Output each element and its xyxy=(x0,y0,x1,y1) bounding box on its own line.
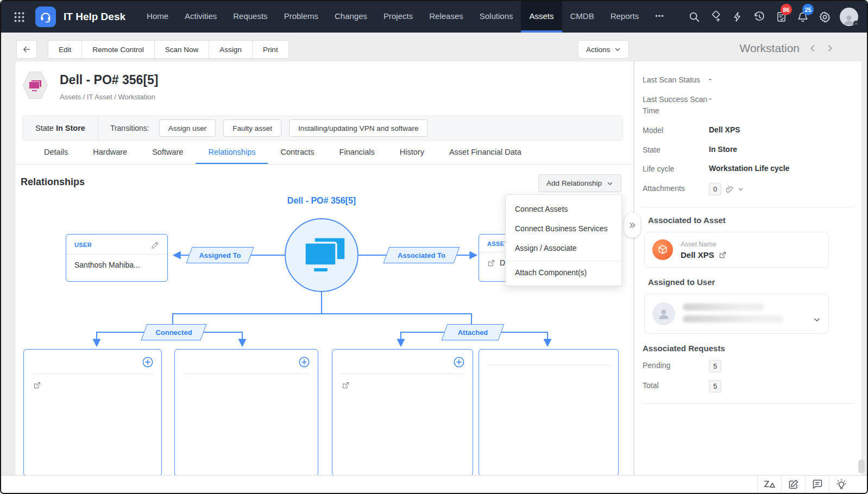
add-circle-icon[interactable] xyxy=(298,356,310,368)
nav-item-home[interactable]: Home xyxy=(139,1,177,33)
scrollbar-thumb[interactable] xyxy=(858,459,865,473)
asset-action-buttons: Edit Remote Control Scan Now Assign Prin… xyxy=(48,40,289,59)
scan-now-button[interactable]: Scan Now xyxy=(154,41,209,58)
field-state: State In Store xyxy=(634,144,861,156)
module-label: Workstation xyxy=(740,42,800,55)
transitions-label: Transitions: xyxy=(110,124,149,132)
user-node[interactable]: USER Santhosh Mahiba... xyxy=(66,234,168,282)
group-box-assets-connected[interactable] xyxy=(23,349,162,476)
print-button[interactable]: Print xyxy=(252,41,288,58)
chevron-down-icon xyxy=(614,46,621,53)
settings-gear-icon[interactable] xyxy=(814,1,835,33)
nav-item-solutions[interactable]: Solutions xyxy=(471,1,521,33)
nav-item-problems[interactable]: Problems xyxy=(276,1,326,33)
sidebar-collapse-icon[interactable] xyxy=(624,213,640,238)
actions-dropdown-button[interactable]: Actions xyxy=(578,40,629,59)
group-box-components[interactable] xyxy=(332,349,473,476)
nav-overflow-menu[interactable]: ••• xyxy=(647,1,672,33)
remote-control-button[interactable]: Remote Control xyxy=(81,41,154,58)
nav-item-releases[interactable]: Releases xyxy=(421,1,471,33)
external-link-icon[interactable] xyxy=(33,381,41,389)
chevron-down-icon xyxy=(607,180,613,187)
tab-hardware[interactable]: Hardware xyxy=(80,141,140,164)
add-relationship-button[interactable]: Add Relationship xyxy=(538,174,621,192)
tab-history[interactable]: History xyxy=(387,141,437,164)
back-button[interactable] xyxy=(16,40,37,59)
transition-installing-vpn-button[interactable]: Installing/updating VPN and software xyxy=(289,119,427,137)
nav-item-changes[interactable]: Changes xyxy=(326,1,375,33)
edge-label-assigned-to: Assigned To xyxy=(189,247,251,263)
transition-assign-user-button[interactable]: Assign user xyxy=(159,119,216,137)
lightning-icon[interactable] xyxy=(727,1,749,33)
external-link-icon[interactable] xyxy=(487,259,495,267)
associated-asset-card[interactable]: Asset Name Dell XPS xyxy=(644,232,829,268)
nav-item-projects[interactable]: Projects xyxy=(375,1,421,33)
notes-edit-icon[interactable] xyxy=(781,476,805,493)
external-link-icon[interactable] xyxy=(342,381,350,389)
group-item[interactable] xyxy=(24,374,161,396)
assigned-user-card[interactable] xyxy=(644,294,829,334)
previous-record-icon[interactable] xyxy=(808,43,817,54)
nav-item-assets[interactable]: Assets xyxy=(521,1,562,33)
external-link-icon[interactable] xyxy=(719,251,727,259)
tab-details[interactable]: Details xyxy=(32,141,80,164)
paperclip-icon[interactable] xyxy=(725,185,734,194)
menu-item-connect-assets[interactable]: Connect Assets xyxy=(506,199,621,219)
requests-pending-row: Pending 5 xyxy=(634,360,861,372)
tab-software[interactable]: Software xyxy=(140,141,196,164)
total-count-badge[interactable]: 5 xyxy=(709,380,721,392)
notifications-bell-icon[interactable]: 25 xyxy=(792,1,814,33)
assign-button[interactable]: Assign xyxy=(209,41,252,58)
bottom-utility-bar xyxy=(1,475,867,493)
avatar-status-dot xyxy=(853,21,859,26)
group-box-assets-attached[interactable] xyxy=(479,349,619,476)
chevron-down-icon[interactable] xyxy=(738,186,744,192)
group-item[interactable] xyxy=(332,374,473,396)
edit-pencil-icon[interactable] xyxy=(151,240,160,249)
app-logo-headset-icon[interactable] xyxy=(35,7,56,27)
add-circle-icon[interactable] xyxy=(142,356,154,368)
nav-item-requests[interactable]: Requests xyxy=(225,1,275,33)
tab-relationships[interactable]: Relationships xyxy=(196,141,268,164)
redacted-user-name xyxy=(683,303,764,311)
menu-item-assign-associate[interactable]: Assign / Associate xyxy=(506,238,621,258)
transition-faulty-asset-button[interactable]: Faulty asset xyxy=(223,119,281,137)
quick-create-icon[interactable] xyxy=(705,1,727,33)
state-label: State xyxy=(35,124,54,132)
user-node-name: Santhosh Mahiba... xyxy=(66,255,167,275)
edit-button[interactable]: Edit xyxy=(48,41,81,58)
nav-item-reports[interactable]: Reports xyxy=(602,1,647,33)
top-navbar: IT Help Desk Home Activities Requests Pr… xyxy=(1,1,867,33)
pending-count-badge[interactable]: 5 xyxy=(709,360,721,372)
chevron-down-icon[interactable] xyxy=(813,316,821,324)
search-icon[interactable] xyxy=(683,1,705,33)
history-icon[interactable] xyxy=(749,1,770,33)
menu-item-attach-components[interactable]: Attach Component(s) xyxy=(506,261,621,282)
main-navigation: Home Activities Requests Problems Change… xyxy=(139,1,672,33)
nav-item-cmdb[interactable]: CMDB xyxy=(562,1,602,33)
app-launcher-icon[interactable] xyxy=(14,12,24,22)
menu-item-connect-business-services[interactable]: Connect Business Services xyxy=(506,219,621,238)
group-box-business-services[interactable] xyxy=(174,349,318,476)
asset-name-value: Dell XPS xyxy=(681,250,714,259)
tab-asset-financial-data[interactable]: Asset Financial Data xyxy=(437,141,534,164)
asset-title: Dell - PO# 356[5] xyxy=(60,71,159,87)
assigned-to-user-heading: Assigned to User xyxy=(648,277,861,287)
group-item[interactable] xyxy=(175,374,318,388)
divider xyxy=(642,207,854,208)
divider xyxy=(98,116,98,141)
lightbulb-icon[interactable] xyxy=(829,476,853,493)
comments-icon[interactable] xyxy=(805,476,829,493)
tab-financials[interactable]: Financials xyxy=(327,141,387,164)
zia-assistant-icon[interactable] xyxy=(757,476,781,493)
next-record-icon[interactable] xyxy=(826,43,834,54)
diagram-root-asset-label[interactable]: Dell - PO# 356[5] xyxy=(256,196,387,206)
asset-tabs: Details Hardware Software Relationships … xyxy=(15,141,633,164)
navbar-actions: 86 25 xyxy=(683,1,858,33)
add-circle-icon[interactable] xyxy=(453,356,465,368)
nav-item-activities[interactable]: Activities xyxy=(177,1,225,33)
edge-label-connected: Connected xyxy=(144,324,204,340)
tab-contracts[interactable]: Contracts xyxy=(268,141,326,164)
user-avatar[interactable] xyxy=(840,8,858,26)
tasks-icon[interactable]: 86 xyxy=(770,1,792,33)
